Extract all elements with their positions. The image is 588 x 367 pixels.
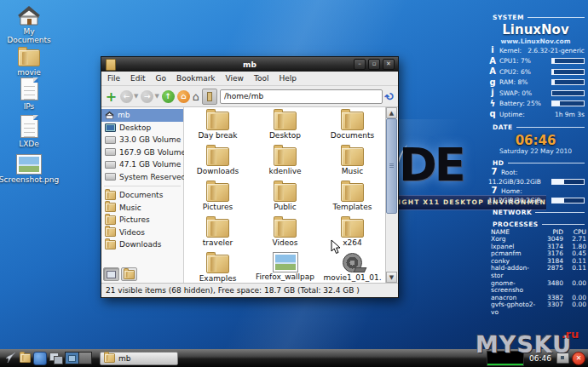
sidebar-item-system-reserved[interactable]: System Reserved <box>101 171 183 184</box>
minimize-button[interactable]: – <box>354 59 366 70</box>
taskbar-clock[interactable]: 06:46 <box>527 354 554 363</box>
directory-tree-button[interactable] <box>121 267 137 281</box>
file-item[interactable]: Pictures <box>184 181 251 217</box>
windows-icon <box>49 353 62 364</box>
scrollbar-thumb[interactable] <box>386 118 397 214</box>
logout-button[interactable]: ✕ <box>572 352 585 365</box>
workspace-1[interactable] <box>66 353 78 364</box>
go-parent-icon[interactable]: ⌂ <box>193 91 199 102</box>
maximize-button[interactable]: ▫ <box>368 59 380 70</box>
up-button[interactable]: ↑ <box>162 90 175 103</box>
folder-icon <box>274 183 297 202</box>
sidebar-item-volume-47[interactable]: 47.1 GB Volume <box>101 158 183 171</box>
go-refresh-button[interactable]: ↻ <box>382 89 397 104</box>
conky-hd-header: HD <box>487 158 585 168</box>
cpu-usage-monitor[interactable] <box>487 351 524 366</box>
workspace-2[interactable] <box>78 353 92 364</box>
swap-bar <box>551 90 585 96</box>
menu-edit[interactable]: Edit <box>125 74 150 83</box>
file-item[interactable]: traveler <box>184 217 251 253</box>
text-file-icon <box>20 78 38 100</box>
root-bar <box>551 179 585 185</box>
menu-bar: File Edit Go Bookmark View Tool Help <box>101 72 398 86</box>
window-titlebar[interactable]: mb – ▫ ✕ <box>101 57 398 72</box>
workspace-pager[interactable] <box>65 352 92 364</box>
menu-go[interactable]: Go <box>151 74 171 83</box>
desktop-icon-lxde[interactable]: LXDe <box>2 116 56 148</box>
ram-label: RAM: 8% <box>499 77 527 87</box>
show-desktop-button[interactable] <box>49 353 62 364</box>
battery-bar <box>551 100 585 106</box>
folder-icon <box>206 183 229 202</box>
home-button[interactable]: ⌂ <box>177 90 190 103</box>
file-item[interactable]: Firefox_wallpaper.png <box>251 253 319 283</box>
battery-glyph-icon: ϟ <box>488 100 497 108</box>
app-launcher[interactable] <box>33 352 47 365</box>
taskbar: mb 06:46 ✕ <box>0 349 588 367</box>
places-view-button[interactable] <box>103 267 119 281</box>
file-item[interactable]: x264 <box>319 217 385 253</box>
sidebar-item-documents[interactable]: Documents <box>101 189 183 202</box>
folder-icon <box>341 183 364 202</box>
scroll-down-arrow[interactable]: ▼ <box>386 272 397 283</box>
menu-help[interactable]: Help <box>274 74 302 83</box>
sidebar-item-volume-33[interactable]: 33.0 GB Volume <box>101 134 183 146</box>
file-manager-launcher[interactable] <box>20 353 31 363</box>
vertical-scrollbar[interactable]: ▲ ▼ <box>385 107 398 283</box>
sidebar-item-desktop[interactable]: Desktop <box>101 122 183 135</box>
screen-lock-icon[interactable] <box>556 353 569 364</box>
task-button-mb[interactable]: mb <box>100 352 178 365</box>
desktop-icon-screenshot[interactable]: Screenshot.png <box>2 152 56 184</box>
file-item[interactable]: Public <box>251 181 319 217</box>
scroll-up-arrow[interactable]: ▲ <box>386 107 397 118</box>
sidebar-item-volume-167[interactable]: 167.9 GB Volume <box>101 146 183 159</box>
sidebar-item-downloads[interactable]: Downloads <box>101 238 183 251</box>
file-item[interactable]: kdenlive <box>251 146 319 181</box>
back-history-chevron-icon[interactable]: ▼ <box>134 93 138 100</box>
sidebar-item-music[interactable]: Music <box>101 202 183 215</box>
file-item[interactable]: Day break <box>184 110 251 146</box>
process-row: gnome-screensho34800.00 <box>487 280 585 295</box>
folder-icon <box>105 215 116 225</box>
forward-button[interactable]: → <box>141 90 153 103</box>
desktop-icon-my-documents[interactable]: My Documents <box>2 3 56 44</box>
disk-glyph-icon: 7 <box>490 186 499 195</box>
sidebar-item-pictures[interactable]: Pictures <box>101 214 183 227</box>
menu-button[interactable] <box>3 352 17 364</box>
file-item[interactable]: Templates <box>319 181 385 217</box>
menu-tool[interactable]: Tool <box>249 74 274 83</box>
file-item[interactable]: Music <box>319 146 385 181</box>
path-input[interactable] <box>220 89 383 104</box>
root-usage: 11.2GiB/30.2GiB <box>488 177 541 186</box>
conky-network-header: NETWORK <box>487 208 585 217</box>
sidebar-item-videos[interactable]: Videos <box>101 227 183 239</box>
close-button[interactable]: ✕ <box>383 59 395 70</box>
sidebar-item-mb[interactable]: mb <box>101 109 183 122</box>
folder-icon <box>274 147 297 166</box>
file-item[interactable]: Videos <box>251 217 319 253</box>
desktop-icon-movie[interactable]: movie <box>2 44 56 77</box>
file-item[interactable]: Downloads <box>184 146 251 181</box>
drive-icon <box>105 148 116 156</box>
cpu1-bar <box>551 58 585 64</box>
desktop-icon-label: My Documents <box>2 27 56 44</box>
side-pane-toggle-button[interactable] <box>202 89 217 105</box>
conky-uptime-row: q Uptime: 1h 9m 3s <box>487 109 585 120</box>
desktop-icon <box>105 123 116 132</box>
menu-file[interactable]: File <box>101 74 125 83</box>
conky-swap-row: j SWAP: 0% <box>487 88 585 99</box>
kernel-value: 2.6.32-21-generic <box>527 46 585 55</box>
root-label: Root: <box>501 168 518 177</box>
desktop-icon-ips[interactable]: IPs <box>2 78 56 111</box>
menu-view[interactable]: View <box>221 74 249 83</box>
file-item[interactable]: Examples <box>184 253 251 283</box>
desktop-icon-label: LXDe <box>19 140 39 148</box>
file-item[interactable]: Documents <box>319 110 385 146</box>
back-button[interactable]: ← <box>120 90 133 103</box>
menu-bookmark[interactable]: Bookmark <box>171 74 221 83</box>
file-item[interactable]: Desktop <box>251 110 319 146</box>
new-tab-button[interactable]: + <box>105 90 118 103</box>
file-item[interactable]: movie1_01_01.mkv <box>319 253 385 283</box>
file-view: Day break Desktop Documents Downloads kd… <box>184 107 385 283</box>
forward-history-chevron-icon[interactable]: ▼ <box>154 93 159 100</box>
